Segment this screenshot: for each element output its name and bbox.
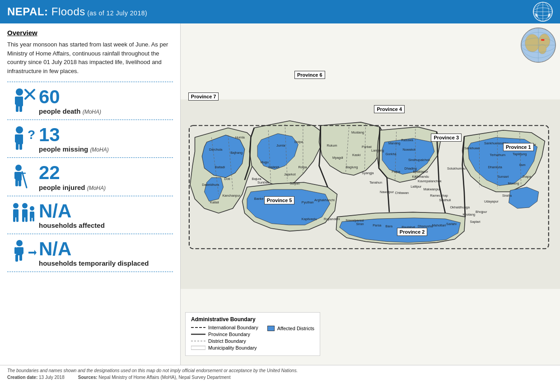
svg-rect-23 xyxy=(14,172,17,179)
svg-text:Rautahat: Rautahat xyxy=(401,225,415,229)
svg-text:Bajhang: Bajhang xyxy=(230,151,243,155)
svg-text:Manang: Manang xyxy=(388,141,400,145)
svg-text:Taplejung: Taplejung xyxy=(513,152,527,156)
svg-text:Baitadi: Baitadi xyxy=(215,165,225,169)
death-label: people death (MoHA) xyxy=(39,107,173,115)
svg-text:Nawalpur: Nawalpur xyxy=(380,190,394,194)
svg-text:Solukhumbu: Solukhumbu xyxy=(447,166,466,171)
title-date: (as of 12 July 2018) xyxy=(85,9,147,17)
svg-text:Bara: Bara xyxy=(386,224,393,228)
svg-rect-8 xyxy=(15,97,18,105)
globe-inset xyxy=(520,27,556,63)
svg-text:Dadeldhura: Dadeldhura xyxy=(202,183,219,187)
overview-title: Overview xyxy=(7,29,173,37)
map-legend: Administrative Boundary International Bo… xyxy=(185,312,320,356)
main-content: Overview This year monsoon has started f… xyxy=(0,23,560,365)
svg-text:Humla: Humla xyxy=(235,135,245,139)
svg-text:Lalitpur: Lalitpur xyxy=(411,184,422,189)
svg-text:Okhaldhunga: Okhaldhunga xyxy=(450,205,470,209)
map-panel: Darchula Baitadi Dadeldhura Doti Bajhang… xyxy=(181,23,560,365)
left-panel: Overview This year monsoon has started f… xyxy=(0,23,181,365)
svg-text:Banke: Banke xyxy=(254,197,264,201)
svg-rect-10 xyxy=(16,106,19,112)
svg-rect-33 xyxy=(22,209,28,217)
person-crutch-icon xyxy=(7,163,39,190)
legend-district-boundary: District Boundary xyxy=(191,338,258,344)
svg-rect-165 xyxy=(191,346,205,350)
svg-text:Tanahun: Tanahun xyxy=(369,180,382,184)
svg-line-25 xyxy=(22,172,27,188)
svg-text:Rolpa: Rolpa xyxy=(298,165,307,169)
missing-label: people missing (MoHA) xyxy=(39,145,173,153)
svg-point-50 xyxy=(538,44,546,54)
overview-text: This year monsoon has started from last … xyxy=(7,40,173,75)
svg-text:Kailali: Kailali xyxy=(210,201,219,205)
legend-international-boundary: International Boundary xyxy=(191,325,258,330)
svg-text:Kapilvastu: Kapilvastu xyxy=(302,217,317,221)
family-icon xyxy=(7,201,39,228)
svg-text:Darchula: Darchula xyxy=(209,148,223,152)
stat-text-injured: 22 people injured (MoHA) xyxy=(39,162,173,191)
svg-text:Rukum: Rukum xyxy=(327,144,337,148)
svg-rect-51 xyxy=(541,39,544,41)
stat-row-missing: ? 13 people missing (MoHA) xyxy=(7,120,173,157)
svg-text:Nuwakot: Nuwakot xyxy=(402,148,415,152)
missing-number: 13 xyxy=(39,125,173,145)
svg-text:Ilam: Ilam xyxy=(519,163,526,167)
svg-rect-29 xyxy=(13,209,19,217)
svg-text:Mahottari: Mahottari xyxy=(432,223,446,227)
svg-text:Palpa: Palpa xyxy=(392,170,401,174)
injured-label: people injured (MoHA) xyxy=(39,184,173,191)
page-title: NEPAL: Floods (as of 12 July 2018) xyxy=(7,5,147,18)
svg-text:Dhanusha: Dhanusha xyxy=(418,224,433,228)
svg-text:Bhojpur: Bhojpur xyxy=(476,210,487,214)
legend-municipality-boundary: Municipality Boundary xyxy=(191,345,258,350)
svg-text:Udayapur: Udayapur xyxy=(484,199,499,203)
svg-point-21 xyxy=(15,165,22,171)
svg-text:Kavrepalanchok: Kavrepalanchok xyxy=(418,179,442,183)
svg-text:Chitawan: Chitawan xyxy=(395,191,409,195)
stat-row-households-displaced: N/A households temporarily displaced xyxy=(7,234,173,272)
households-affected-number: N/A xyxy=(39,201,173,221)
svg-text:Sankhuwasabha: Sankhuwasabha xyxy=(484,141,509,145)
svg-point-32 xyxy=(22,203,28,208)
footer-sources: Sources: Nepal Ministry of Home Affairs … xyxy=(78,375,231,380)
svg-point-14 xyxy=(16,126,23,134)
stat-text-death: 60 people death (MoHA) xyxy=(39,87,173,115)
svg-text:Syangja: Syangja xyxy=(362,171,374,175)
svg-text:Gorkha: Gorkha xyxy=(386,152,397,156)
svg-text:Jumla: Jumla xyxy=(276,144,285,148)
svg-text:Sindhupalchok: Sindhupalchok xyxy=(408,158,430,162)
svg-rect-38 xyxy=(30,217,32,221)
svg-rect-16 xyxy=(15,134,18,143)
stat-text-missing: 13 people missing (MoHA) xyxy=(39,125,173,153)
title-bold: NEPAL: xyxy=(7,5,48,18)
svg-text:Pyuthan: Pyuthan xyxy=(302,201,314,205)
svg-rect-31 xyxy=(16,217,19,222)
page-footer: The boundaries and names shown and the d… xyxy=(0,365,560,392)
svg-text:Bhaktapur: Bhaktapur xyxy=(413,170,429,174)
svg-rect-9 xyxy=(20,97,23,105)
footer-disclaimer: The boundaries and names shown and the d… xyxy=(7,368,553,373)
svg-text:?: ? xyxy=(28,128,35,142)
svg-text:Dolakha: Dolakha xyxy=(439,138,452,142)
households-affected-label: households affected xyxy=(39,221,173,229)
svg-text:Arghakhanchi: Arghakhanchi xyxy=(314,198,335,202)
svg-point-28 xyxy=(13,203,19,208)
svg-rect-45 xyxy=(19,254,22,261)
un-logo xyxy=(533,2,553,22)
svg-text:Sunsari: Sunsari xyxy=(497,175,509,179)
stat-row-households-affected: N/A households affected xyxy=(7,196,173,234)
person-question-icon: ? xyxy=(7,125,39,152)
svg-text:Siran: Siran xyxy=(356,222,364,226)
stat-row-death: 60 people death (MoHA) xyxy=(7,82,173,120)
svg-text:Myagdi: Myagdi xyxy=(332,156,343,160)
svg-text:Rupandehi: Rupandehi xyxy=(324,217,340,221)
svg-text:Lamjung: Lamjung xyxy=(371,148,384,152)
svg-text:Parbat: Parbat xyxy=(362,145,372,149)
svg-text:Sarlahi: Sarlahi xyxy=(446,222,457,226)
svg-text:Doti: Doti xyxy=(224,177,230,181)
svg-text:Bardiya: Bardiya xyxy=(268,201,280,205)
svg-text:Mustang: Mustang xyxy=(351,130,364,134)
footer-meta: Creation date: 13 July 2018 Sources: Nep… xyxy=(7,375,553,380)
